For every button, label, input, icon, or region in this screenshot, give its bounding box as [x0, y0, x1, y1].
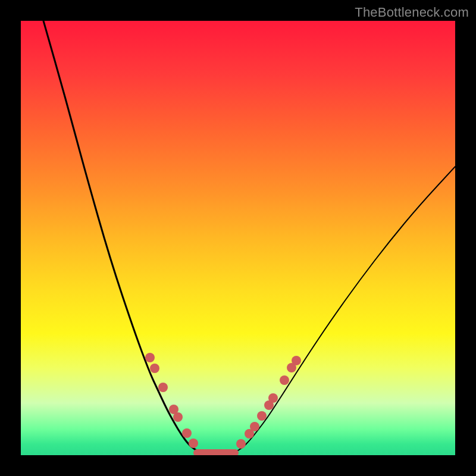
series-curve-left — [43, 21, 205, 454]
marker-dot — [236, 439, 246, 449]
marker-dot — [145, 353, 155, 362]
chart-svg — [21, 21, 455, 455]
marker-dot — [257, 411, 267, 421]
series-curve-right — [229, 167, 455, 454]
marker-dot — [287, 363, 296, 372]
marker-dot — [173, 412, 183, 422]
marker-dot — [245, 429, 254, 439]
chart-container: TheBottleneck.com — [0, 0, 476, 476]
marker-dot — [268, 393, 278, 403]
marker-dot — [158, 383, 168, 392]
marker-dot — [182, 428, 192, 438]
marker-dot — [250, 422, 259, 431]
plot-area — [21, 21, 455, 455]
marker-dot — [280, 375, 289, 385]
marker-dot — [189, 439, 198, 448]
marker-dot — [264, 400, 274, 410]
marker-dot — [169, 405, 178, 414]
marker-dot — [150, 364, 159, 373]
marker-dot — [292, 356, 301, 365]
watermark-label: TheBottleneck.com — [355, 5, 469, 20]
